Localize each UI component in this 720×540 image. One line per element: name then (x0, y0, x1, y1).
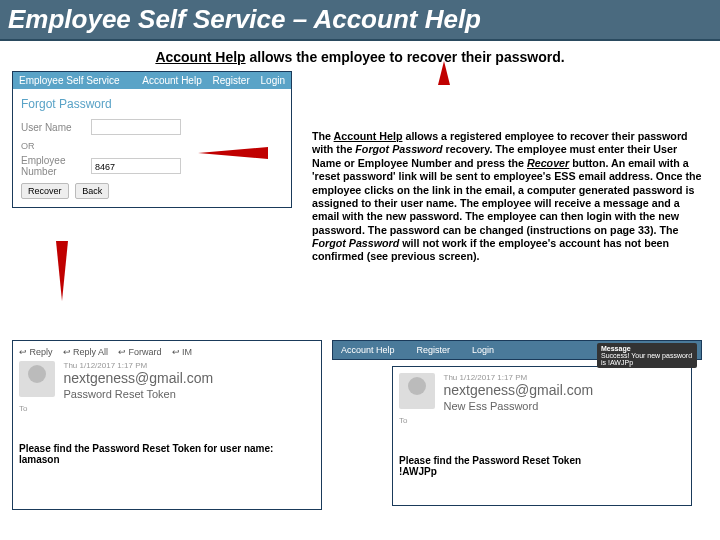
navstrip-login[interactable]: Login (472, 345, 494, 355)
forgot-password-title: Forgot Password (21, 97, 283, 111)
email1-to: To (19, 404, 315, 413)
msg-title: Message (601, 345, 693, 352)
nav-register[interactable]: Register (213, 75, 250, 86)
email1-from: nextgeness@gmail.com (64, 370, 214, 386)
username-input[interactable] (91, 119, 181, 135)
app-brand: Employee Self Service (19, 75, 120, 86)
email2-date: Thu 1/12/2017 1:17 PM (444, 373, 594, 382)
email1-subject: Password Reset Token (64, 388, 214, 400)
email-screenshot-2: Thu 1/12/2017 1:17 PM nextgeness@gmail.c… (392, 366, 692, 506)
navstrip-register[interactable]: Register (417, 345, 451, 355)
reply-button[interactable]: Reply (19, 347, 53, 357)
email-screenshot-1: Reply Reply All Forward IM Thu 1/12/2017… (12, 340, 322, 510)
email-toolbar: Reply Reply All Forward IM (19, 347, 315, 357)
subtitle-underline: Account Help (155, 49, 245, 65)
arrow-down-icon (56, 241, 68, 301)
recover-button[interactable]: Recover (21, 183, 69, 199)
username-label: User Name (21, 122, 91, 133)
forward-button[interactable]: Forward (118, 347, 162, 357)
nav-account-help[interactable]: Account Help (142, 75, 201, 86)
nav-strip-screenshot: Account Help Register Login Message Succ… (332, 340, 702, 360)
email2-subject: New Ess Password (444, 400, 594, 412)
email2-to: To (399, 416, 685, 425)
im-button[interactable]: IM (172, 347, 193, 357)
app-nav: Account Help Register Login (134, 75, 285, 86)
back-button[interactable]: Back (75, 183, 109, 199)
email1-body: Please find the Password Reset Token for… (19, 443, 315, 465)
page-title: Employee Self Service – Account Help (0, 0, 720, 41)
description-text: The Account Help allows a registered emp… (312, 130, 707, 264)
empnum-input[interactable]: 8467 (91, 158, 181, 174)
subtitle: Account Help allows the employee to reco… (0, 49, 720, 65)
arrow-left-icon (198, 147, 268, 159)
arrow-up-icon (438, 61, 450, 85)
msg-body: Success! Your new password is !AWJPp (601, 352, 693, 366)
navstrip-help[interactable]: Account Help (341, 345, 395, 355)
email2-from: nextgeness@gmail.com (444, 382, 594, 398)
email1-date: Thu 1/12/2017 1:17 PM (64, 361, 214, 370)
replyall-button[interactable]: Reply All (63, 347, 109, 357)
subtitle-rest: allows the employee to recover their pas… (246, 49, 565, 65)
avatar-icon (399, 373, 435, 409)
success-message: Message Success! Your new password is !A… (597, 343, 697, 368)
avatar-icon (19, 361, 55, 397)
app-header: Employee Self Service Account Help Regis… (13, 72, 291, 89)
email2-body: Please find the Password Reset Token !AW… (399, 455, 685, 477)
empnum-label: Employee Number (21, 155, 91, 177)
ess-app-screenshot: Employee Self Service Account Help Regis… (12, 71, 292, 208)
nav-login[interactable]: Login (261, 75, 285, 86)
